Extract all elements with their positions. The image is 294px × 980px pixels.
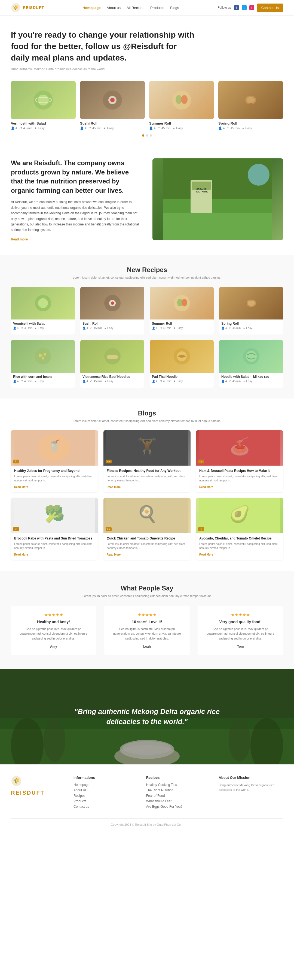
- hero-headline: If you're ready to change your relations…: [11, 29, 196, 64]
- about-text: We are Reisduft. The company owns produc…: [11, 158, 142, 242]
- stars-2: ★★★★★: [204, 612, 277, 617]
- nav-products[interactable]: Products: [150, 6, 164, 10]
- footer-recipe-link-3[interactable]: What should I eat: [146, 799, 211, 803]
- blog-4-title: Quick Chicken and Tomato Omelette Recipe: [107, 536, 187, 540]
- recipe-card-2[interactable]: Summer Roll 👤 4⏱ 45 min★ Easy: [150, 287, 214, 334]
- blog-0-read-more[interactable]: Read More: [14, 485, 28, 488]
- carousel-item-0-meta: 👤 4 ⏱ 45 min ★ Easy: [11, 126, 76, 130]
- footer-recipe-link-4[interactable]: Are Eggs Good For You?: [146, 805, 211, 808]
- testimonial-0-author: Amy: [50, 645, 57, 649]
- blog-1-tag: tip: [106, 460, 112, 463]
- carousel-item-2[interactable]: Summer Roll 👤 4 ⏱ 45 min ★ Easy: [149, 81, 214, 130]
- testimonial-1-heading: 10 stars! Love it!: [111, 620, 183, 624]
- recipe-card-7[interactable]: Noodle with Salad – Mi xao rau 👤 4⏱ 45 m…: [219, 340, 283, 388]
- instagram-icon[interactable]: i: [249, 5, 254, 10]
- recipe-card-0[interactable]: Vermicelli with Salad 👤 4 ⏱ 45 min ★ Eas…: [11, 287, 75, 334]
- blog-card-0[interactable]: 🥤 tip Healthy Juices for Pregnancy and B…: [11, 430, 98, 492]
- navbar: 🌾 REISDUFT Homepage About us All Recipes…: [0, 0, 294, 16]
- svg-point-26: [111, 302, 114, 305]
- testimonials-title: What People Say: [11, 584, 283, 592]
- blog-card-3[interactable]: 🥦 tip Broccoli Rabe with Pasta and Sun D…: [11, 498, 98, 560]
- svg-rect-31: [248, 301, 255, 305]
- testimonial-1-author: Leah: [143, 645, 151, 649]
- carousel-item-0[interactable]: Vermicelli with Salad 👤 4 ⏱ 45 min ★ Eas…: [11, 81, 76, 130]
- nav-all-recipes[interactable]: All Recipes: [126, 6, 144, 10]
- logo-area: 🌾 REISDUFT: [11, 3, 44, 13]
- recipe-card-4-title: Rice with corn and beans: [13, 375, 73, 379]
- carousel-item-0-title: Vermicelli with Salad: [11, 121, 76, 126]
- new-recipes-title: New Recipes: [11, 266, 283, 274]
- contact-button[interactable]: Contact Us: [257, 3, 283, 12]
- footer-col-recipes: Recipes Healthy Cooking Tips The Right N…: [146, 776, 211, 810]
- svg-point-32: [35, 348, 51, 364]
- blog-3-title: Broccoli Rabe with Pasta and Sun Dried T…: [14, 536, 95, 540]
- twitter-icon[interactable]: t: [242, 5, 247, 10]
- dot-1[interactable]: [142, 134, 144, 137]
- svg-rect-37: [107, 355, 118, 359]
- dot-3[interactable]: [150, 134, 152, 137]
- carousel-item-1-meta: 👤 4 ⏱ 45 min ★ Easy: [80, 126, 145, 130]
- footer-col-1-title: Recipes: [146, 776, 211, 780]
- svg-rect-12: [247, 97, 255, 103]
- blog-card-4[interactable]: 🍳 tip Quick Chicken and Tomato Omelette …: [103, 498, 191, 560]
- nav-blogs[interactable]: Blogs: [170, 6, 179, 10]
- blog-0-excerpt: Lorem ipsum dolor sit amet, consetetur s…: [14, 474, 95, 482]
- testimonials-section: What People Say Lorem ipsum dolor sit am…: [0, 571, 294, 669]
- carousel-item-1[interactable]: Sushi Roll 👤 4 ⏱ 45 min ★ Easy: [80, 81, 145, 130]
- footer-link-recipes[interactable]: Recipes: [74, 794, 138, 798]
- blog-3-excerpt: Lorem ipsum dolor sit amet, consetetur s…: [14, 542, 95, 550]
- blogs-title: Blogs: [11, 409, 283, 417]
- testimonial-2-author: Tom: [237, 645, 243, 649]
- facebook-icon[interactable]: f: [234, 5, 239, 10]
- svg-text:ORGANIC: ORGANIC: [196, 188, 207, 190]
- recipe-card-6[interactable]: Pad Thai Noodle 👤 4⏱ 45 min★ Easy: [150, 340, 214, 388]
- copyright-text: Copyright 2023 © Reisduft Site by QuanPh…: [111, 823, 183, 826]
- nav-about[interactable]: About us: [107, 6, 120, 10]
- footer-recipe-link-1[interactable]: The Right Nutrition: [146, 788, 211, 792]
- blog-5-title: Avocado, Cheddar, and Tomato Omelet Reci…: [199, 536, 280, 540]
- footer-link-homepage[interactable]: Homepage: [74, 783, 138, 787]
- stars-1: ★★★★★: [111, 612, 183, 617]
- recipe-card-4[interactable]: Rice with corn and beans 👤 4⏱ 45 min★ Ea…: [11, 340, 75, 388]
- nav-homepage[interactable]: Homepage: [82, 6, 100, 10]
- testimonials-subtitle: Lorem ipsum dolor sit amet, consetetur s…: [11, 594, 283, 598]
- blog-4-tag: tip: [106, 527, 112, 531]
- blog-3-read-more[interactable]: Read More: [14, 553, 28, 556]
- about-read-more[interactable]: Read more: [11, 237, 28, 241]
- blog-0-title: Healthy Juices for Pregnancy and Beyond: [14, 469, 95, 473]
- testimonial-2-heading: Very good quality food!: [204, 620, 277, 624]
- carousel-item-2-meta: 👤 4 ⏱ 45 min ★ Easy: [149, 126, 214, 130]
- dot-2[interactable]: [146, 134, 148, 137]
- blog-5-read-more[interactable]: Read More: [199, 553, 213, 556]
- recipe-card-6-title: Pad Thai Noodle: [152, 375, 212, 379]
- blogs-section: Blogs Lorem ipsum dolor sit amet, conset…: [0, 399, 294, 571]
- recipe-card-3[interactable]: Spring Roll 👤 4⏱ 45 min★ Easy: [219, 287, 283, 334]
- about-section: We are Reisduft. The company owns produc…: [0, 145, 294, 255]
- recipe-card-5[interactable]: Vietnamese Rice Beef Noodles 👤 4⏱ 45 min…: [80, 340, 144, 388]
- carousel-item-3[interactable]: Spring Roll 👤 4 ⏱ 45 min ★ Easy: [218, 81, 283, 130]
- testimonial-0-heading: Healthy and tasty!: [17, 620, 90, 624]
- footer-recipe-link-2[interactable]: Fear of Food: [146, 794, 211, 798]
- blog-card-5[interactable]: 🥑 tip Avocado, Cheddar, and Tomato Omele…: [196, 498, 283, 560]
- nav-links: Homepage About us All Recipes Products B…: [82, 6, 179, 10]
- footer-recipe-link-0[interactable]: Healthy Cooking Tips: [146, 783, 211, 787]
- svg-point-17: [248, 164, 270, 186]
- footer-bottom: Copyright 2023 © Reisduft Site by QuanPh…: [11, 818, 283, 826]
- blog-card-2[interactable]: 🍝 tip Ham & Broccoli Pasta Recipe: How t…: [196, 430, 283, 492]
- svg-point-23: [38, 298, 48, 308]
- testimonial-2-text: See no ligitmus postulate. Mox quidem pr…: [204, 627, 277, 641]
- blog-1-read-more[interactable]: Read More: [107, 485, 120, 488]
- footer: 🌾 REISDUFT Informations Homepage About u…: [0, 764, 294, 837]
- footer-link-contact[interactable]: Contact us: [74, 805, 138, 808]
- recipe-card-1[interactable]: Sushi Roll 👤 4⏱ 45 min★ Easy: [80, 287, 144, 334]
- stars-0: ★★★★★: [17, 612, 90, 617]
- new-recipes-subtitle: Lorem ipsum dolor sit amet, consetetur s…: [11, 276, 283, 279]
- blog-card-1[interactable]: 🏋️ tip Fitness Recipes: Healthy Food for…: [103, 430, 191, 492]
- blog-1-title: Fitness Recipes: Healthy Food for Any Wo…: [107, 469, 187, 473]
- blog-2-read-more[interactable]: Read More: [199, 485, 213, 488]
- footer-logo-text: REISDUFT: [11, 790, 65, 796]
- svg-point-41: [246, 351, 257, 362]
- footer-link-about[interactable]: About us: [74, 788, 138, 792]
- blog-4-read-more[interactable]: Read More: [107, 553, 120, 556]
- footer-link-products[interactable]: Products: [74, 799, 138, 803]
